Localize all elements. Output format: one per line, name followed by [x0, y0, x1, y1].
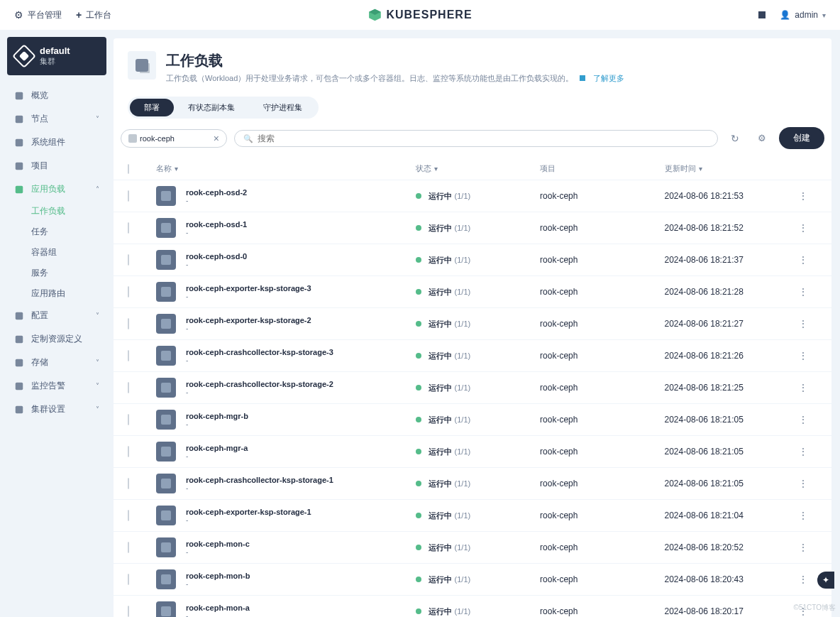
platform-mgmt-link[interactable]: 平台管理 — [14, 9, 62, 21]
table-row[interactable]: rook-ceph-mon-b - 运行中 (1/1) rook-ceph 20… — [114, 564, 831, 596]
workload-name[interactable]: rook-ceph-osd-1 — [186, 220, 247, 229]
project-cell[interactable]: rook-ceph — [540, 415, 664, 425]
row-checkbox[interactable] — [128, 190, 129, 202]
more-actions-icon[interactable] — [798, 415, 808, 425]
more-actions-icon[interactable] — [798, 511, 808, 521]
workbench-link[interactable]: 工作台 — [76, 9, 111, 21]
workload-name[interactable]: rook-ceph-crashcollector-ksp-storage-1 — [186, 476, 333, 484]
tab-有状态副本集[interactable]: 有状态副本集 — [174, 99, 249, 116]
row-checkbox[interactable] — [128, 542, 129, 553]
workload-name[interactable]: rook-ceph-exporter-ksp-storage-2 — [186, 316, 311, 324]
tab-部署[interactable]: 部署 — [130, 99, 174, 116]
sidebar-subitem-工作负载[interactable]: 工作负载 — [31, 201, 106, 222]
row-checkbox[interactable] — [128, 574, 129, 585]
project-cell[interactable]: rook-ceph — [540, 255, 664, 265]
search-box[interactable] — [234, 130, 718, 147]
table-row[interactable]: rook-ceph-exporter-ksp-storage-1 - 运行中 (… — [114, 500, 831, 532]
workload-name[interactable]: rook-ceph-crashcollector-ksp-storage-3 — [186, 348, 333, 356]
clear-filter-icon[interactable]: × — [214, 133, 219, 144]
row-checkbox[interactable] — [128, 414, 129, 425]
workload-name[interactable]: rook-ceph-mon-b — [186, 572, 250, 580]
sidebar-item-概览[interactable]: 概览 — [7, 84, 106, 107]
workload-name[interactable]: rook-ceph-mon-c — [186, 540, 250, 548]
row-checkbox[interactable] — [128, 286, 129, 297]
row-checkbox[interactable] — [128, 254, 129, 266]
project-cell[interactable]: rook-ceph — [540, 191, 664, 201]
more-actions-icon[interactable] — [798, 383, 808, 393]
sidebar-subitem-服务[interactable]: 服务 — [31, 263, 106, 283]
sidebar-subitem-任务[interactable]: 任务 — [31, 222, 106, 242]
sidebar-item-定制资源定义[interactable]: 定制资源定义 — [7, 327, 106, 351]
column-settings-button[interactable] — [752, 129, 772, 148]
table-row[interactable]: rook-ceph-mon-c - 运行中 (1/1) rook-ceph 20… — [114, 532, 831, 564]
project-cell[interactable]: rook-ceph — [540, 510, 664, 520]
sidebar-item-配置[interactable]: 配置˅ — [7, 304, 106, 327]
table-row[interactable]: rook-ceph-osd-2 - 运行中 (1/1) rook-ceph 20… — [114, 180, 831, 212]
sidebar-item-系统组件[interactable]: 系统组件 — [7, 131, 106, 154]
table-row[interactable]: rook-ceph-crashcollector-ksp-storage-1 -… — [114, 468, 831, 500]
row-checkbox[interactable] — [128, 350, 129, 361]
tab-守护进程集[interactable]: 守护进程集 — [249, 99, 316, 116]
more-actions-icon[interactable] — [798, 479, 808, 489]
sidebar-item-应用负载[interactable]: 应用负载˄ — [7, 178, 106, 201]
row-checkbox[interactable] — [128, 446, 129, 457]
table-row[interactable]: rook-ceph-mgr-a - 运行中 (1/1) rook-ceph 20… — [114, 436, 831, 468]
table-row[interactable]: rook-ceph-mon-a - 运行中 (1/1) rook-ceph 20… — [114, 596, 831, 617]
more-actions-icon[interactable] — [798, 447, 808, 457]
workload-name[interactable]: rook-ceph-osd-0 — [186, 252, 247, 261]
row-checkbox[interactable] — [128, 478, 129, 489]
more-actions-icon[interactable] — [798, 288, 808, 297]
col-updated-header[interactable]: 更新时间 — [665, 163, 789, 174]
project-cell[interactable]: rook-ceph — [540, 479, 664, 488]
table-row[interactable]: rook-ceph-osd-0 - 运行中 (1/1) rook-ceph 20… — [114, 244, 831, 276]
project-filter[interactable]: rook-ceph × — [121, 129, 227, 148]
learn-more-link[interactable]: 了解更多 — [593, 74, 624, 82]
col-status-header[interactable]: 状态 — [416, 163, 540, 174]
table-row[interactable]: rook-ceph-osd-1 - 运行中 (1/1) rook-ceph 20… — [114, 212, 831, 244]
float-help-button[interactable] — [817, 572, 834, 589]
workload-name[interactable]: rook-ceph-crashcollector-ksp-storage-2 — [186, 380, 333, 388]
col-name-header[interactable]: 名称 — [156, 163, 416, 174]
table-row[interactable]: rook-ceph-mgr-b - 运行中 (1/1) rook-ceph 20… — [114, 404, 831, 436]
more-actions-icon[interactable] — [798, 320, 808, 329]
workload-name[interactable]: rook-ceph-osd-2 — [186, 188, 247, 197]
more-actions-icon[interactable] — [798, 575, 808, 585]
workload-name[interactable]: rook-ceph-mgr-a — [186, 444, 248, 452]
cluster-card[interactable]: default 集群 — [7, 37, 106, 75]
sidebar-item-集群设置[interactable]: 集群设置˅ — [7, 398, 106, 421]
sidebar-item-存储[interactable]: 存储˅ — [7, 351, 106, 374]
row-checkbox[interactable] — [128, 318, 129, 329]
more-actions-icon[interactable] — [798, 192, 808, 202]
select-all-checkbox[interactable] — [128, 164, 129, 174]
sidebar-item-项目[interactable]: 项目 — [7, 154, 106, 178]
search-input[interactable] — [258, 133, 709, 143]
table-row[interactable]: rook-ceph-crashcollector-ksp-storage-2 -… — [114, 372, 831, 404]
notification-icon[interactable] — [758, 11, 766, 18]
refresh-button[interactable] — [725, 129, 745, 148]
workload-name[interactable]: rook-ceph-mgr-b — [186, 412, 248, 420]
workload-name[interactable]: rook-ceph-exporter-ksp-storage-3 — [186, 284, 311, 293]
row-checkbox[interactable] — [128, 510, 129, 521]
row-checkbox[interactable] — [128, 222, 129, 234]
project-cell[interactable]: rook-ceph — [540, 383, 664, 393]
more-actions-icon[interactable] — [798, 351, 808, 361]
sidebar-item-监控告警[interactable]: 监控告警˅ — [7, 374, 106, 398]
more-actions-icon[interactable] — [798, 543, 808, 553]
project-cell[interactable]: rook-ceph — [540, 223, 664, 233]
project-cell[interactable]: rook-ceph — [540, 574, 664, 584]
sidebar-subitem-容器组[interactable]: 容器组 — [31, 242, 106, 263]
project-cell[interactable]: rook-ceph — [540, 542, 664, 552]
sidebar-subitem-应用路由[interactable]: 应用路由 — [31, 283, 106, 304]
user-menu[interactable]: admin — [780, 10, 826, 20]
row-checkbox[interactable] — [128, 382, 129, 393]
sidebar-item-节点[interactable]: 节点˅ — [7, 107, 106, 131]
project-cell[interactable]: rook-ceph — [540, 287, 664, 297]
workload-name[interactable]: rook-ceph-exporter-ksp-storage-1 — [186, 508, 311, 516]
project-cell[interactable]: rook-ceph — [540, 351, 664, 361]
workload-name[interactable]: rook-ceph-mon-a — [186, 604, 250, 612]
table-row[interactable]: rook-ceph-exporter-ksp-storage-3 - 运行中 (… — [114, 276, 831, 308]
project-cell[interactable]: rook-ceph — [540, 319, 664, 329]
project-cell[interactable]: rook-ceph — [540, 447, 664, 457]
create-button[interactable]: 创建 — [779, 127, 824, 149]
more-actions-icon[interactable] — [798, 224, 808, 234]
